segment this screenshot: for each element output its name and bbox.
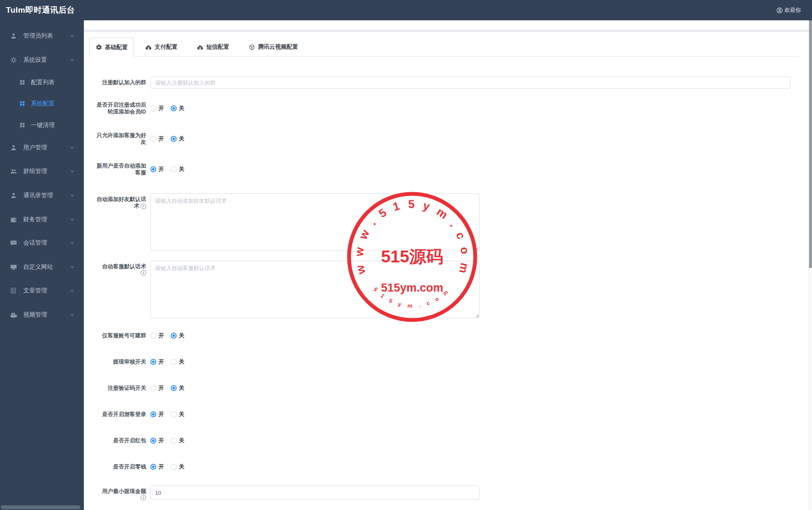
form-row-default-join-group: 注册默认加入的群 <box>84 76 809 89</box>
radio-red-packet-switch-off[interactable]: 关 <box>171 437 184 444</box>
textarea-auto-service-words[interactable] <box>150 261 479 318</box>
radio-label: 关 <box>179 437 184 444</box>
input-min-withdraw-amount[interactable] <box>150 485 479 500</box>
info-icon[interactable]: i <box>141 495 146 500</box>
radio-guest-login-switch-on[interactable]: 开 <box>150 411 164 418</box>
radio-label: 关 <box>179 135 184 143</box>
info-icon[interactable]: i <box>141 270 146 276</box>
sidebar-item-label: 财务管理 <box>23 216 47 223</box>
sidebar-item-管理员列表[interactable]: 管理员列表 <box>0 28 84 44</box>
radio-circle-icon <box>171 166 177 172</box>
radio-guest-login-switch-off[interactable]: 关 <box>171 411 184 418</box>
sidebar-item-用户管理[interactable]: 用户管理 <box>0 139 84 156</box>
radio-only-service-create-group-off[interactable]: 关 <box>171 332 184 339</box>
radio-label: 开 <box>158 463 164 471</box>
radio-only-add-service-as-friend-off[interactable]: 关 <box>171 135 184 143</box>
sidebar-item-群组管理[interactable]: 群组管理 <box>0 163 84 180</box>
sidebar-item-自定义网站[interactable]: 自定义网站 <box>0 259 84 276</box>
user-welcome[interactable]: 欢迎你 <box>776 6 801 14</box>
tab-label: 短信配置 <box>206 43 229 51</box>
monitor-icon <box>10 264 17 270</box>
sidebar-item-财务管理[interactable]: 财务管理 <box>0 211 84 228</box>
radio-label: 开 <box>158 384 164 392</box>
form-row-only-add-service-as-friend: 只允许添加客服为好友开关 <box>84 131 809 146</box>
sidebar-item-文章管理[interactable]: 文章管理 <box>0 282 84 299</box>
user-avatar-icon <box>776 7 783 14</box>
tab-支付配置[interactable]: 支付配置 <box>145 38 177 56</box>
form-row-auto-service-words: 自动客服默认话术i <box>84 261 809 318</box>
sidebar-item-label: 系统设置 <box>23 56 47 64</box>
sidebar-item-一键清理[interactable]: 一键清理 <box>0 117 84 134</box>
field-label: 注册验证码开关 <box>93 380 146 396</box>
sidebar-item-label: 自定义网站 <box>23 263 53 271</box>
field-label: 用户最小提现金额i <box>93 485 146 500</box>
field-label: 是否开启注册成功后轮流添加会员ID <box>93 101 146 116</box>
radio-only-add-service-as-friend-on[interactable]: 开 <box>150 135 164 143</box>
radio-register-captcha-switch-off[interactable]: 关 <box>171 384 184 392</box>
radio-circle-icon <box>171 438 177 444</box>
textarea-auto-add-friend-words[interactable] <box>150 193 479 251</box>
radio-circle-icon <box>171 411 177 417</box>
radio-only-service-create-group-on[interactable]: 开 <box>150 332 164 339</box>
horizontal-scrollbar-thumb[interactable] <box>1 505 80 509</box>
input-default-join-group[interactable] <box>150 76 790 89</box>
radio-withdraw-audit-switch-on[interactable]: 开 <box>150 358 164 366</box>
sidebar-item-label: 视频管理 <box>23 311 47 319</box>
vertical-scrollbar-thumb[interactable] <box>809 20 812 268</box>
radio-label: 关 <box>179 358 184 366</box>
chevron-down-icon <box>69 168 75 174</box>
radio-label: 开 <box>158 332 164 339</box>
radio-register-rotate-add-member-on[interactable]: 开 <box>150 105 164 112</box>
radio-register-captcha-switch-on[interactable]: 开 <box>150 384 164 392</box>
form-row-min-withdraw-amount: 用户最小提现金额i <box>84 485 809 500</box>
chevron-down-icon <box>69 264 75 270</box>
radio-group-only-add-service-as-friend: 开关 <box>150 135 184 143</box>
contact-icon <box>10 192 17 199</box>
user-icon <box>10 144 17 151</box>
sidebar-item-通讯录管理[interactable]: 通讯录管理 <box>0 187 84 204</box>
form-row-red-packet-switch: 是否开启红包开关 <box>84 433 809 448</box>
chevron-down-icon <box>69 217 75 223</box>
radio-group-new-user-auto-add-service: 开关 <box>150 165 184 173</box>
tab-label: 基础配置 <box>105 44 128 51</box>
cloud-upload-icon <box>145 44 152 50</box>
radio-label: 开 <box>158 165 164 173</box>
radio-new-user-auto-add-service-off[interactable]: 关 <box>171 165 184 173</box>
form-row-only-service-create-group: 仅客服账号可建群开关 <box>84 328 809 343</box>
radio-new-user-auto-add-service-on[interactable]: 开 <box>150 165 164 173</box>
radio-withdraw-audit-switch-off[interactable]: 关 <box>171 358 184 366</box>
sidebar-item-会话管理[interactable]: 会话管理 <box>0 234 84 251</box>
grid-icon <box>19 79 26 86</box>
sidebar-item-系统配置[interactable]: 系统配置 <box>0 95 84 112</box>
form-row-change-money-switch: 是否开启零钱开关 <box>84 459 809 474</box>
radio-register-rotate-add-member-off[interactable]: 关 <box>171 105 184 112</box>
radio-label: 关 <box>179 332 184 339</box>
users-icon <box>10 168 17 175</box>
radio-red-packet-switch-on[interactable]: 开 <box>150 437 164 444</box>
radio-circle-icon <box>171 333 177 339</box>
radio-circle-icon <box>150 411 156 417</box>
radio-change-money-switch-on[interactable]: 开 <box>150 463 164 471</box>
tab-腾讯云视频配置[interactable]: 腾讯云视频配置 <box>249 38 298 56</box>
tab-短信配置[interactable]: 短信配置 <box>197 38 229 56</box>
tab-基础配置[interactable]: 基础配置 <box>89 38 134 57</box>
radio-circle-icon <box>150 438 156 444</box>
vertical-scrollbar-track[interactable] <box>809 20 812 510</box>
sidebar-item-系统设置[interactable]: 系统设置 <box>0 52 84 69</box>
radio-circle-icon <box>150 333 156 339</box>
radio-circle-icon <box>171 359 177 365</box>
form-row-withdraw-audit-switch: 提现审核开关开关 <box>84 354 809 369</box>
form-row-register-rotate-add-member: 是否开启注册成功后轮流添加会员ID开关 <box>84 101 809 116</box>
radio-change-money-switch-off[interactable]: 关 <box>171 463 184 471</box>
sidebar-item-配置列表[interactable]: 配置列表 <box>0 74 84 91</box>
sidebar-item-label: 会话管理 <box>23 239 47 247</box>
info-icon[interactable]: i <box>141 204 146 209</box>
tab-label: 支付配置 <box>155 43 177 51</box>
radio-circle-icon <box>171 105 177 111</box>
sidebar-item-label: 配置列表 <box>31 79 55 86</box>
radio-circle-icon <box>150 166 156 172</box>
brand-title: TuIm即时通讯后台 <box>6 5 75 16</box>
chevron-up-icon <box>69 57 75 63</box>
sidebar-item-视频管理[interactable]: 视频管理 <box>0 306 84 323</box>
horizontal-scrollbar-track[interactable] <box>0 504 84 510</box>
